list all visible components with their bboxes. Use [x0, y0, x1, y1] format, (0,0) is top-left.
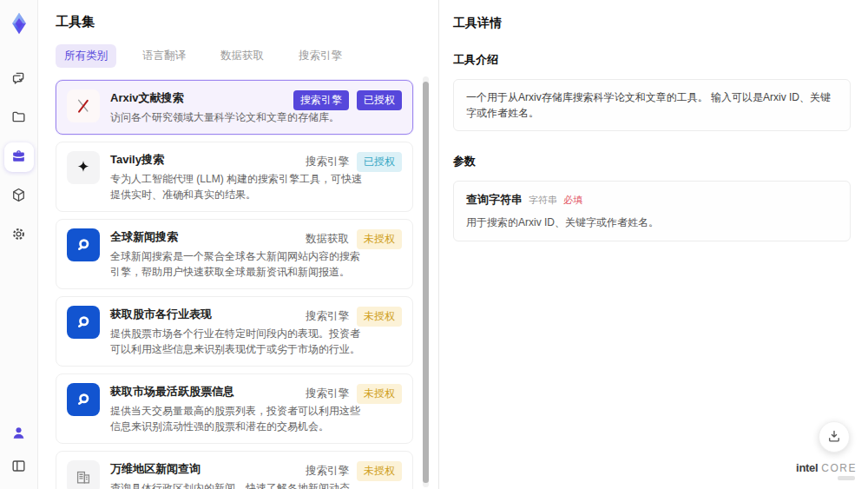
stock-sector-icon — [67, 306, 100, 339]
regional-news-icon — [67, 460, 100, 489]
parameter-description: 用于搜索的Arxiv ID、关键字或作者姓名。 — [466, 215, 838, 230]
tool-intro-text: 一个用于从Arxiv存储库搜索科学论文和文章的工具。 输入可以是Arxiv ID… — [466, 91, 831, 119]
tool-card[interactable]: 获取市场最活跃股票信息 提供当天交易量最高的股票列表，投资者可以利用这些信息来识… — [56, 373, 413, 444]
tool-badges: 搜索引擎 已授权 — [306, 152, 402, 172]
active-stocks-icon — [67, 383, 100, 416]
tool-card[interactable]: Tavily搜索 专为人工智能代理 (LLM) 构建的搜索引擎工具，可快速提供实… — [56, 142, 413, 212]
params-heading: 参数 — [453, 154, 851, 169]
app-window: 工具集 所有类别语言翻译数据获取搜索引擎 Arxiv文献搜索 访问各个研究领域大… — [0, 0, 868, 489]
tab-3[interactable]: 搜索引擎 — [290, 44, 351, 68]
folder-icon — [10, 109, 27, 128]
tool-detail-panel: 工具详情 工具介绍 一个用于从Arxiv存储库搜索科学论文和文章的工具。 输入可… — [438, 0, 868, 489]
auth-status-badge: 未授权 — [357, 229, 402, 249]
cube-icon — [10, 187, 27, 206]
sidebar-item-models[interactable] — [4, 182, 34, 211]
tool-description: 提供股票市场各个行业在特定时间段内的表现。投资者可以利用这些信息来识别表现优于或… — [110, 326, 364, 357]
sidebar-item-tools[interactable] — [4, 142, 34, 172]
chat-icon — [10, 69, 27, 89]
tab-2[interactable]: 数据获取 — [212, 44, 273, 68]
download-button[interactable] — [819, 421, 850, 453]
tool-card[interactable]: 万维地区新闻查询 查询具体行政区划内的新闻，快速了解各地新闻动态 搜索引擎 未授… — [56, 451, 413, 489]
auth-status-badge: 未授权 — [357, 307, 402, 327]
intro-heading: 工具介绍 — [453, 52, 851, 68]
sidebar-nav — [4, 64, 34, 250]
sidebar-item-collapse[interactable] — [6, 454, 32, 480]
tool-badges: 搜索引擎 未授权 — [306, 384, 402, 404]
gear-icon — [10, 226, 27, 245]
tool-card[interactable]: 获取股市各行业表现 提供股票市场各个行业在特定时间段内的表现。投资者可以利用这些… — [56, 296, 413, 367]
category-badge: 搜索引擎 — [293, 90, 349, 110]
panel-toggle-icon — [10, 458, 27, 477]
gem-logo-icon[interactable] — [6, 9, 32, 38]
tab-1[interactable]: 语言翻译 — [134, 44, 194, 68]
detail-title: 工具详情 — [453, 16, 851, 31]
parameter-header: 查询字符串 字符串 必填 — [466, 192, 838, 208]
tool-description: 访问各个研究领域大量科学论文和文章的存储库。 — [110, 109, 339, 125]
page-title: 工具集 — [56, 14, 438, 30]
user-icon — [10, 425, 27, 444]
arxiv-logo-icon — [67, 89, 100, 122]
tool-description: 全球新闻搜索是一个聚合全球各大新闻网站内容的搜索引擎，帮助用户快速获取全球最新资… — [110, 248, 364, 280]
sidebar-item-chat[interactable] — [4, 64, 34, 94]
tool-description: 专为人工智能代理 (LLM) 构建的搜索引擎工具，可快速提供实时、准确和真实的结… — [110, 171, 364, 202]
tool-badges: 搜索引擎 未授权 — [306, 461, 402, 481]
category-label: 搜索引擎 — [306, 387, 349, 401]
tool-badges: 搜索引擎 已授权 — [293, 90, 402, 110]
tools-scrollbar-thumb[interactable] — [423, 82, 429, 483]
tool-description: 查询具体行政区划内的新闻，快速了解各地新闻动态 — [110, 480, 350, 489]
category-label: 搜索引擎 — [306, 464, 349, 479]
tool-list: Arxiv文献搜索 访问各个研究领域大量科学论文和文章的存储库。 搜索引擎 已授… — [56, 80, 413, 489]
briefcase-icon — [10, 148, 27, 167]
sidebar-item-settings[interactable] — [4, 221, 34, 250]
auth-status-badge: 未授权 — [357, 384, 402, 404]
sidebar-item-user[interactable] — [6, 421, 32, 447]
tool-intro-box: 一个用于从Arxiv存储库搜索科学论文和文章的工具。 输入可以是Arxiv ID… — [453, 79, 851, 131]
category-tabs: 所有类别语言翻译数据获取搜索引擎 — [56, 44, 438, 68]
auth-status-badge: 已授权 — [357, 90, 402, 110]
tool-card[interactable]: Arxiv文献搜索 访问各个研究领域大量科学论文和文章的存储库。 搜索引擎 已授… — [56, 80, 413, 135]
intel-logo-text: intel — [796, 462, 818, 473]
tools-panel: 工具集 所有类别语言翻译数据获取搜索引擎 Arxiv文献搜索 访问各个研究领域大… — [38, 0, 438, 489]
sidebar — [0, 0, 38, 489]
parameter-box: 查询字符串 字符串 必填 用于搜索的Arxiv ID、关键字或作者姓名。 — [453, 181, 851, 241]
tool-card[interactable]: 全球新闻搜索 全球新闻搜索是一个聚合全球各大新闻网站内容的搜索引擎，帮助用户快速… — [56, 219, 413, 289]
sidebar-bottom — [6, 421, 32, 480]
sparkle-icon — [67, 151, 100, 184]
intel-core-badge: intel core — [796, 462, 857, 480]
parameter-type: 字符串 — [529, 194, 557, 207]
parameter-name: 查询字符串 — [466, 192, 523, 208]
global-news-icon — [67, 228, 100, 261]
tab-0[interactable]: 所有类别 — [56, 44, 116, 68]
core-logo-text: core — [821, 463, 857, 473]
sidebar-item-files[interactable] — [4, 103, 34, 133]
category-label: 搜索引擎 — [306, 155, 349, 169]
category-label: 数据获取 — [306, 232, 349, 247]
tool-badges: 数据获取 未授权 — [306, 229, 402, 249]
parameter-required-badge: 必填 — [563, 194, 582, 207]
download-icon — [826, 428, 842, 446]
tool-badges: 搜索引擎 未授权 — [306, 307, 402, 327]
auth-status-badge: 已授权 — [357, 152, 402, 172]
auth-status-badge: 未授权 — [357, 461, 402, 481]
intel-badge-mark — [838, 476, 855, 480]
tool-description: 提供当天交易量最高的股票列表，投资者可以利用这些信息来识别流动性强的股票和潜在的… — [110, 403, 364, 434]
category-label: 搜索引擎 — [306, 309, 349, 324]
